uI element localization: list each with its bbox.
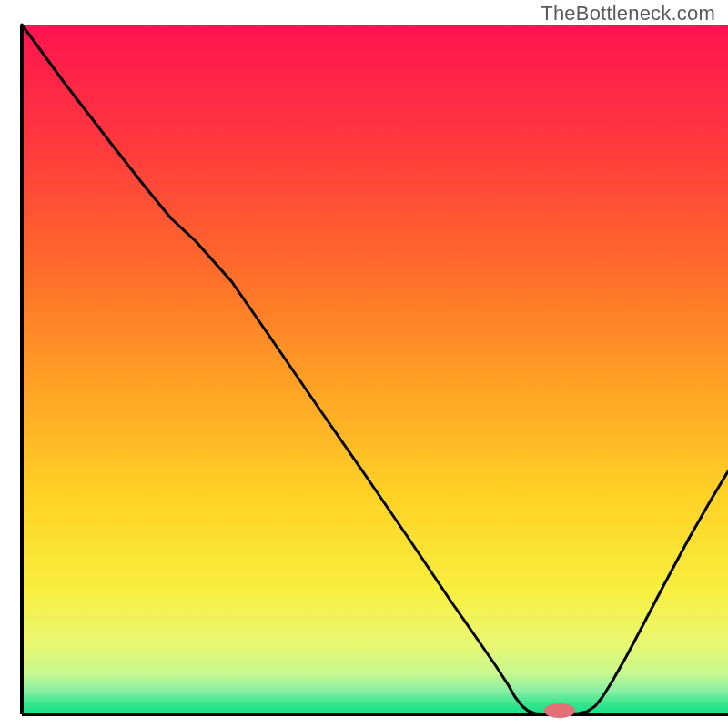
- optimal-point-marker: [544, 703, 575, 718]
- chart-container: TheBottleneck.com: [0, 0, 728, 728]
- bottleneck-chart: [0, 0, 728, 728]
- watermark-text: TheBottleneck.com: [541, 2, 715, 25]
- plot-background: [22, 25, 728, 714]
